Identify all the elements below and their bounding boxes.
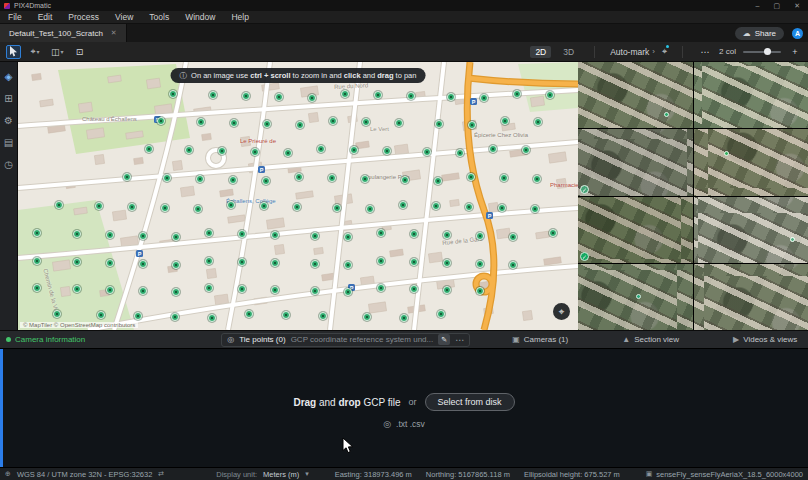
tie-point-marker[interactable] (238, 258, 246, 266)
tie-point-marker[interactable] (296, 121, 304, 129)
tie-point-marker[interactable] (443, 286, 451, 294)
tie-point-marker[interactable] (271, 231, 279, 239)
tie-point-marker[interactable] (33, 257, 41, 265)
tie-point-marker[interactable] (546, 91, 554, 99)
maximize-button[interactable]: ▢ (774, 2, 781, 10)
tie-point-marker[interactable] (549, 229, 557, 237)
view-2d-toggle[interactable]: 2D (530, 46, 551, 58)
tie-point-marker[interactable] (319, 312, 327, 320)
tab-close-icon[interactable]: ✕ (111, 29, 117, 37)
tie-point-marker[interactable] (509, 233, 517, 241)
aerial-image-thumbnail[interactable] (578, 264, 693, 330)
tie-point-marker[interactable] (230, 119, 238, 127)
tie-point-marker[interactable] (410, 230, 418, 238)
tie-point-marker[interactable] (145, 145, 153, 153)
tie-point-marker[interactable] (317, 145, 325, 153)
tie-point-marker[interactable] (251, 148, 259, 156)
tie-point-marker[interactable] (344, 288, 352, 296)
tie-point-marker[interactable] (437, 310, 445, 318)
tie-point-marker[interactable] (498, 204, 506, 212)
processing-list-icon[interactable]: ▤ (4, 138, 13, 148)
tie-point-marker[interactable] (443, 259, 451, 267)
crop-tool-button[interactable]: ⊡ (73, 45, 87, 59)
tie-point-marker[interactable] (229, 176, 237, 184)
tie-point-marker[interactable] (295, 173, 303, 181)
tie-point-marker[interactable] (434, 177, 442, 185)
tie-points-icon[interactable]: ⊞ (4, 94, 12, 104)
tie-point-marker[interactable] (513, 90, 521, 98)
tie-point-marker[interactable] (476, 287, 484, 295)
automark-status-icon[interactable]: ⌖ (662, 46, 667, 57)
tie-point-marker[interactable] (106, 231, 114, 239)
tie-point-marker[interactable] (293, 203, 301, 211)
tie-point-marker[interactable] (308, 94, 316, 102)
tie-point-marker[interactable] (161, 204, 169, 212)
menu-process[interactable]: Process (68, 12, 99, 22)
map-viewport[interactable]: ⓘ On an image use ctrl + scroll to zoom … (18, 62, 578, 330)
tie-point-marker[interactable] (361, 175, 369, 183)
tie-point-marker[interactable] (205, 229, 213, 237)
slider-knob[interactable] (764, 48, 771, 55)
tie-point-marker[interactable] (227, 201, 235, 209)
tie-points-more-button[interactable]: ⋯ (455, 335, 464, 345)
tie-point-marker[interactable] (377, 229, 385, 237)
tie-point-marker[interactable] (366, 205, 374, 213)
overflow-menu-button[interactable]: ⋯ (698, 45, 712, 59)
tie-point-marker[interactable] (341, 90, 349, 98)
tie-point-marker[interactable] (128, 203, 136, 211)
tie-point-marker[interactable] (73, 285, 81, 293)
tie-point-marker[interactable] (139, 260, 147, 268)
tie-point-marker[interactable] (400, 314, 408, 322)
settings-gear-icon[interactable]: ⚙ (4, 116, 13, 126)
aerial-image-thumbnail[interactable] (694, 264, 808, 330)
tie-point-marker[interactable] (399, 201, 407, 209)
view-3d-toggle[interactable]: 3D (558, 46, 579, 58)
tie-point-marker[interactable] (724, 151, 729, 156)
image-tool-button[interactable]: ◫ ▾ (49, 45, 66, 59)
tie-point-marker[interactable] (501, 117, 509, 125)
tie-point-marker[interactable] (282, 311, 290, 319)
tie-point-marker[interactable] (263, 120, 271, 128)
tie-point-marker[interactable] (106, 286, 114, 294)
layers-icon[interactable]: ◈ (5, 72, 13, 82)
tie-point-marker[interactable] (185, 146, 193, 154)
tie-point-marker[interactable] (134, 312, 142, 320)
zoom-in-thumbs-button[interactable]: + (788, 45, 802, 59)
tie-point-marker[interactable] (328, 174, 336, 182)
aerial-image-thumbnail[interactable]: ✓ (578, 129, 693, 195)
menu-help[interactable]: Help (231, 12, 248, 22)
tie-point-marker[interactable] (33, 284, 41, 292)
tie-point-marker[interactable] (218, 147, 226, 155)
tie-point-marker[interactable] (238, 230, 246, 238)
tie-point-marker[interactable] (344, 261, 352, 269)
tie-point-marker[interactable] (531, 205, 539, 213)
select-from-disk-button[interactable]: Select from disk (425, 393, 515, 411)
tie-point-marker[interactable] (664, 112, 669, 117)
display-unit-value[interactable]: Meters (m) (263, 470, 299, 479)
tie-point-marker[interactable] (55, 201, 63, 209)
tie-point-marker[interactable] (163, 174, 171, 182)
tie-point-marker[interactable] (311, 260, 319, 268)
tie-point-marker[interactable] (157, 117, 165, 125)
menu-tools[interactable]: Tools (149, 12, 169, 22)
tie-point-marker[interactable] (533, 175, 541, 183)
tie-point-marker[interactable] (423, 148, 431, 156)
tie-point-marker[interactable] (196, 175, 204, 183)
share-button[interactable]: ☁ Share (735, 27, 784, 40)
tie-point-marker[interactable] (260, 202, 268, 210)
tie-point-marker[interactable] (476, 232, 484, 240)
tie-point-marker[interactable] (476, 260, 484, 268)
tie-point-marker[interactable] (333, 204, 341, 212)
tab-tie-points[interactable]: ◎ Tie points (0) GCP coordinate referenc… (221, 333, 470, 347)
unit-caret-icon[interactable]: ▾ (305, 470, 309, 478)
tie-point-marker[interactable] (435, 120, 443, 128)
menu-window[interactable]: Window (185, 12, 215, 22)
tie-point-marker[interactable] (401, 176, 409, 184)
tie-point-marker[interactable] (95, 202, 103, 210)
tie-point-marker[interactable] (395, 119, 403, 127)
menu-view[interactable]: View (115, 12, 133, 22)
camera-information-status[interactable]: Camera information (6, 335, 85, 344)
tie-point-marker[interactable] (432, 202, 440, 210)
tie-point-marker[interactable] (383, 147, 391, 155)
fit-view-button[interactable]: ⌖ (553, 303, 570, 320)
